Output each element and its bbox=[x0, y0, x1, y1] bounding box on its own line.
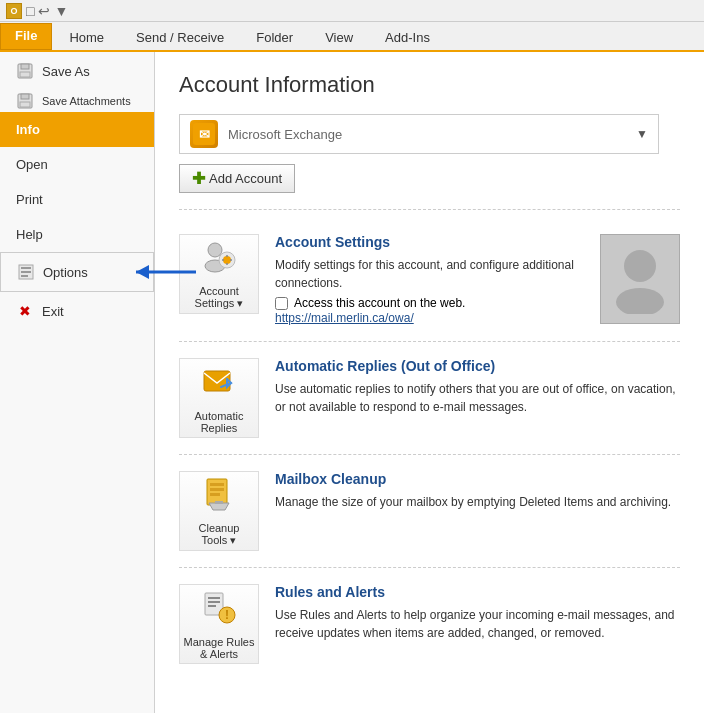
mailbox-cleanup-section: CleanupTools ▾ Mailbox Cleanup Manage th… bbox=[179, 455, 680, 568]
account-settings-desc: Modify settings for this account, and co… bbox=[275, 256, 584, 292]
automatic-replies-title: Automatic Replies (Out of Office) bbox=[275, 358, 680, 374]
exchange-name: Microsoft Exchange bbox=[228, 127, 636, 142]
app-icon: O bbox=[6, 3, 22, 19]
sidebar-label-help: Help bbox=[16, 227, 43, 242]
svg-rect-29 bbox=[215, 501, 223, 504]
title-bar-icon-3[interactable]: ↩ bbox=[38, 3, 50, 19]
exchange-dropdown-icon[interactable]: ▼ bbox=[636, 127, 648, 141]
svg-rect-2 bbox=[20, 72, 30, 77]
title-bar: O □ ↩ ▼ bbox=[0, 0, 704, 22]
account-settings-info: Account Settings Modify settings for thi… bbox=[275, 234, 584, 325]
sidebar-label-open: Open bbox=[16, 157, 48, 172]
account-settings-title: Account Settings bbox=[275, 234, 584, 250]
svg-rect-5 bbox=[20, 102, 30, 107]
tab-view[interactable]: View bbox=[310, 25, 368, 50]
tab-send-receive[interactable]: Send / Receive bbox=[121, 25, 239, 50]
account-settings-checkbox-row: Access this account on the web. bbox=[275, 296, 584, 310]
sidebar-item-save-as[interactable]: Save As bbox=[0, 52, 154, 90]
sidebar-item-open[interactable]: Open bbox=[0, 147, 154, 182]
exchange-icon: ✉ bbox=[190, 120, 218, 148]
save-attachments-icon bbox=[16, 92, 34, 110]
sidebar-item-help[interactable]: Help bbox=[0, 217, 154, 252]
automatic-replies-info: Automatic Replies (Out of Office) Use au… bbox=[275, 358, 680, 416]
automatic-replies-icon-box[interactable]: AutomaticReplies bbox=[179, 358, 259, 438]
tab-folder[interactable]: Folder bbox=[241, 25, 308, 50]
svg-rect-9 bbox=[21, 275, 28, 277]
web-access-checkbox[interactable] bbox=[275, 297, 288, 310]
mailbox-cleanup-desc: Manage the size of your mailbox by empty… bbox=[275, 493, 680, 511]
sidebar-label-save-as: Save As bbox=[42, 64, 90, 79]
svg-rect-27 bbox=[210, 488, 224, 491]
svg-rect-8 bbox=[21, 271, 31, 273]
ribbon-tabs: File Home Send / Receive Folder View Add… bbox=[0, 22, 704, 52]
manage-rules-icon-box[interactable]: ! Manage Rules& Alerts bbox=[179, 584, 259, 664]
add-account-button[interactable]: ✚ Add Account bbox=[179, 164, 295, 193]
page-title: Account Information bbox=[179, 72, 680, 98]
tab-home[interactable]: Home bbox=[54, 25, 119, 50]
cleanup-tools-icon bbox=[201, 475, 237, 518]
sidebar-label-save-attachments: Save Attachments bbox=[42, 95, 131, 107]
svg-rect-33 bbox=[208, 605, 216, 607]
rules-alerts-info: Rules and Alerts Use Rules and Alerts to… bbox=[275, 584, 680, 642]
sidebar-item-options[interactable]: Options bbox=[0, 252, 154, 292]
sidebar-item-print[interactable]: Print bbox=[0, 182, 154, 217]
add-icon: ✚ bbox=[192, 169, 205, 188]
svg-rect-26 bbox=[210, 483, 224, 486]
exchange-selector[interactable]: ✉ Microsoft Exchange ▼ bbox=[179, 114, 659, 154]
manage-rules-box-label: Manage Rules& Alerts bbox=[184, 636, 255, 660]
svg-rect-1 bbox=[21, 64, 29, 69]
svg-rect-31 bbox=[208, 597, 220, 599]
svg-point-17 bbox=[223, 256, 231, 264]
rules-alerts-section: ! Manage Rules& Alerts Rules and Alerts … bbox=[179, 568, 680, 680]
sidebar-item-save-attachments[interactable]: Save Attachments bbox=[0, 90, 154, 112]
cleanup-tools-box-label: CleanupTools ▾ bbox=[199, 522, 240, 547]
title-bar-icon-4[interactable]: ▼ bbox=[54, 3, 68, 19]
add-account-label: Add Account bbox=[209, 171, 282, 186]
main-layout: Save As Save Attachments Info Open Print… bbox=[0, 52, 704, 713]
sidebar-label-options: Options bbox=[43, 265, 88, 280]
svg-text:!: ! bbox=[225, 608, 229, 622]
sidebar-item-exit[interactable]: ✖ Exit bbox=[0, 292, 154, 330]
sidebar-label-info: Info bbox=[16, 122, 40, 137]
svg-point-23 bbox=[616, 288, 664, 314]
mailbox-cleanup-title: Mailbox Cleanup bbox=[275, 471, 680, 487]
options-icon bbox=[17, 263, 35, 281]
account-settings-box-label: AccountSettings ▾ bbox=[195, 285, 244, 310]
account-settings-icon bbox=[201, 238, 237, 281]
svg-rect-28 bbox=[210, 493, 220, 496]
avatar bbox=[600, 234, 680, 324]
svg-text:✉: ✉ bbox=[199, 127, 210, 142]
svg-point-22 bbox=[624, 250, 656, 282]
tab-file[interactable]: File bbox=[0, 23, 52, 50]
manage-rules-icon: ! bbox=[201, 589, 237, 632]
top-divider bbox=[179, 209, 680, 210]
automatic-replies-icon bbox=[201, 363, 237, 406]
svg-rect-7 bbox=[21, 267, 31, 269]
save-as-icon bbox=[16, 62, 34, 80]
rules-alerts-desc: Use Rules and Alerts to help organize yo… bbox=[275, 606, 680, 642]
cleanup-tools-icon-box[interactable]: CleanupTools ▾ bbox=[179, 471, 259, 551]
svg-rect-4 bbox=[21, 94, 29, 99]
automatic-replies-box-label: AutomaticReplies bbox=[195, 410, 244, 434]
svg-marker-11 bbox=[136, 265, 149, 279]
automatic-replies-desc: Use automatic replies to notify others t… bbox=[275, 380, 680, 416]
web-access-label: Access this account on the web. bbox=[294, 296, 465, 310]
svg-rect-32 bbox=[208, 601, 220, 603]
blue-arrow bbox=[131, 256, 201, 288]
sidebar-label-exit: Exit bbox=[42, 304, 64, 319]
owa-link[interactable]: https://mail.merlin.ca/owa/ bbox=[275, 311, 414, 325]
exit-icon: ✖ bbox=[16, 302, 34, 320]
account-settings-section: AccountSettings ▾ Account Settings Modif… bbox=[179, 218, 680, 342]
automatic-replies-section: AutomaticReplies Automatic Replies (Out … bbox=[179, 342, 680, 455]
rules-alerts-title: Rules and Alerts bbox=[275, 584, 680, 600]
tab-addins[interactable]: Add-Ins bbox=[370, 25, 445, 50]
title-bar-icons: O □ ↩ ▼ bbox=[6, 3, 68, 19]
title-bar-icon-2[interactable]: □ bbox=[26, 3, 34, 19]
svg-point-14 bbox=[208, 243, 222, 257]
main-content: Account Information ✉ Microsoft Exchange… bbox=[155, 52, 704, 713]
sidebar-label-print: Print bbox=[16, 192, 43, 207]
mailbox-cleanup-info: Mailbox Cleanup Manage the size of your … bbox=[275, 471, 680, 511]
sidebar-item-info[interactable]: Info bbox=[0, 112, 154, 147]
sidebar: Save As Save Attachments Info Open Print… bbox=[0, 52, 155, 713]
